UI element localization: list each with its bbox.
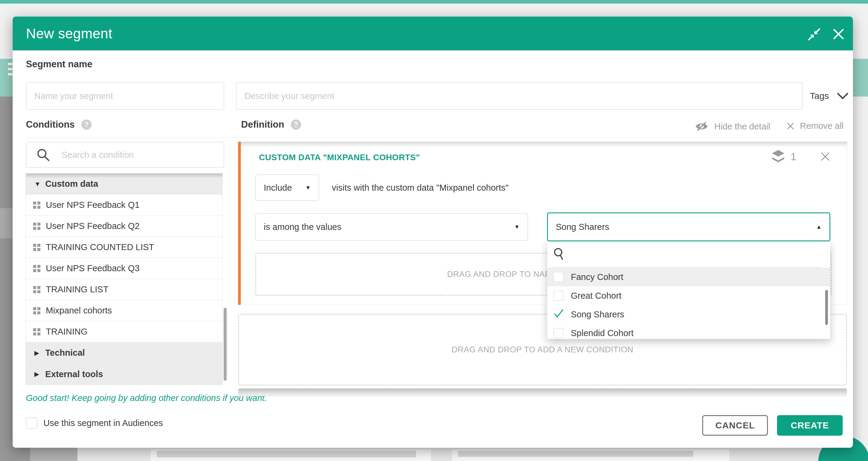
segment-name-input[interactable] [26, 82, 224, 110]
tags-label: Tags [810, 91, 829, 101]
drag-handle-icon[interactable] [33, 202, 40, 209]
condition-card-title: CUSTOM DATA "MIXPANEL COHORTS" [259, 153, 420, 162]
chevron-down-icon [837, 92, 849, 100]
app-top-strip [0, 0, 868, 4]
value-dropdown[interactable]: Song Sharers ▲ [547, 212, 830, 241]
condition-label: TRAINING COUNTED LIST [46, 242, 154, 252]
value-dropdown-panel: Fancy Cohort Great Cohort Song Sharers [547, 241, 830, 339]
condition-item[interactable]: Mixpanel cohorts [26, 300, 222, 321]
eye-off-icon [694, 121, 709, 132]
caret-down-icon: ▼ [514, 224, 520, 230]
tags-dropdown[interactable]: Tags [810, 82, 849, 110]
cancel-button[interactable]: CANCEL [702, 415, 768, 436]
audiences-checkbox-row[interactable]: Use this segment in Audiences [26, 417, 163, 429]
layers-icon[interactable] [771, 149, 785, 164]
remove-all-button[interactable]: Remove all [786, 121, 844, 131]
collapse-icon[interactable] [807, 27, 821, 41]
drag-handle-icon[interactable] [33, 307, 40, 314]
option-label: Great Cohort [571, 291, 621, 301]
condition-label: User NPS Feedback Q2 [46, 221, 140, 231]
condition-card: CUSTOM DATA "MIXPANEL COHORTS" 1 Include… [238, 142, 847, 305]
condition-search-input[interactable] [26, 142, 224, 168]
option-label: Song Sharers [571, 310, 624, 319]
condition-search [26, 142, 224, 168]
modal-title: New segment [26, 17, 113, 50]
drag-handle-icon[interactable] [33, 223, 40, 230]
conditions-help-icon[interactable]: ? [82, 119, 92, 130]
screen: New segment Segment name Tags Conditions [0, 0, 868, 461]
operator-dropdown[interactable]: is among the values ▼ [255, 213, 528, 241]
condition-item[interactable]: TRAINING COUNTED LIST [26, 237, 222, 258]
layer-count: 1 [790, 151, 796, 163]
operator-value: is among the values [264, 222, 341, 232]
option-row[interactable]: Splendid Cohort [547, 324, 830, 339]
hide-detail-button[interactable]: Hide the detail [694, 121, 770, 132]
new-segment-modal: New segment Segment name Tags Conditions [13, 17, 853, 448]
include-label: Include [264, 183, 292, 193]
option-label: Fancy Cohort [571, 272, 623, 282]
background-card-strip [157, 451, 416, 457]
group-custom-data[interactable]: ▼ Custom data [26, 173, 222, 195]
dropdown-scrollbar[interactable] [825, 290, 828, 325]
search-icon [36, 148, 51, 162]
caret-up-icon: ▲ [816, 224, 822, 230]
selected-value: Song Sharers [556, 222, 609, 232]
condition-label: User NPS Feedback Q1 [46, 200, 140, 210]
include-dropdown[interactable]: Include ▼ [255, 174, 319, 201]
modal-header: New segment [13, 17, 853, 50]
create-button[interactable]: CREATE [777, 415, 843, 436]
segment-description-input[interactable] [236, 82, 803, 110]
condition-item[interactable]: User NPS Feedback Q1 [26, 195, 222, 216]
option-checkbox[interactable] [553, 272, 564, 282]
remove-all-label: Remove all [800, 121, 844, 131]
option-checkbox[interactable] [553, 291, 564, 301]
condition-label: TRAINING LIST [46, 285, 108, 294]
drag-handle-icon[interactable] [33, 286, 40, 293]
caret-right-icon: ▶ [34, 371, 45, 378]
background-card-strip [458, 451, 693, 457]
search-icon [553, 247, 567, 261]
condition-item[interactable]: User NPS Feedback Q2 [26, 216, 222, 237]
dropdown-divider [552, 267, 821, 267]
checkmark-icon [553, 308, 564, 319]
caret-right-icon: ▶ [34, 349, 45, 356]
remove-x-icon [786, 122, 795, 131]
segment-name-label: Segment name [26, 59, 93, 70]
hide-detail-label: Hide the detail [714, 122, 770, 132]
drag-handle-icon[interactable] [33, 328, 40, 336]
option-row[interactable]: Song Sharers [547, 305, 830, 324]
condition-label: Mixpanel cohorts [46, 306, 112, 316]
option-row[interactable]: Great Cohort [547, 286, 830, 305]
remove-condition-icon[interactable] [819, 151, 831, 162]
caret-down-icon: ▼ [34, 180, 45, 188]
horizontal-scrollbar[interactable] [238, 388, 847, 396]
conditions-heading: Conditions [26, 119, 75, 130]
group-technical[interactable]: ▶ Technical [26, 342, 222, 364]
drag-handle-icon[interactable] [33, 244, 40, 251]
group-external-tools[interactable]: ▶ External tools [26, 364, 222, 385]
condition-item[interactable]: TRAINING [26, 321, 222, 342]
conditions-scrollbar[interactable] [224, 308, 227, 381]
option-label: Splendid Cohort [571, 328, 633, 338]
definition-heading: Definition [241, 119, 284, 130]
option-checkbox-checked[interactable] [553, 309, 564, 319]
drag-handle-icon[interactable] [33, 265, 40, 272]
value-search-input[interactable] [568, 247, 799, 262]
definition-help-icon[interactable]: ? [291, 119, 301, 130]
group-label: Technical [45, 348, 85, 358]
progress-hint: Good start! Keep going by adding other c… [26, 393, 267, 403]
condition-label: TRAINING [46, 327, 88, 337]
option-checkbox[interactable] [553, 328, 564, 338]
option-row[interactable]: Fancy Cohort [547, 268, 830, 286]
audiences-label: Use this segment in Audiences [43, 418, 163, 428]
audiences-checkbox[interactable] [26, 417, 37, 429]
condition-item[interactable]: User NPS Feedback Q3 [26, 258, 222, 279]
conditions-list: ▼ Custom data User NPS Feedback Q1 User … [26, 173, 222, 385]
group-label: External tools [45, 369, 103, 379]
section-divider [26, 137, 840, 138]
condition-sentence: visits with the custom data "Mixpanel co… [332, 174, 508, 201]
condition-label: User NPS Feedback Q3 [46, 263, 140, 273]
condition-item[interactable]: TRAINING LIST [26, 279, 222, 300]
caret-down-icon: ▼ [305, 185, 311, 191]
close-icon[interactable] [831, 27, 846, 41]
